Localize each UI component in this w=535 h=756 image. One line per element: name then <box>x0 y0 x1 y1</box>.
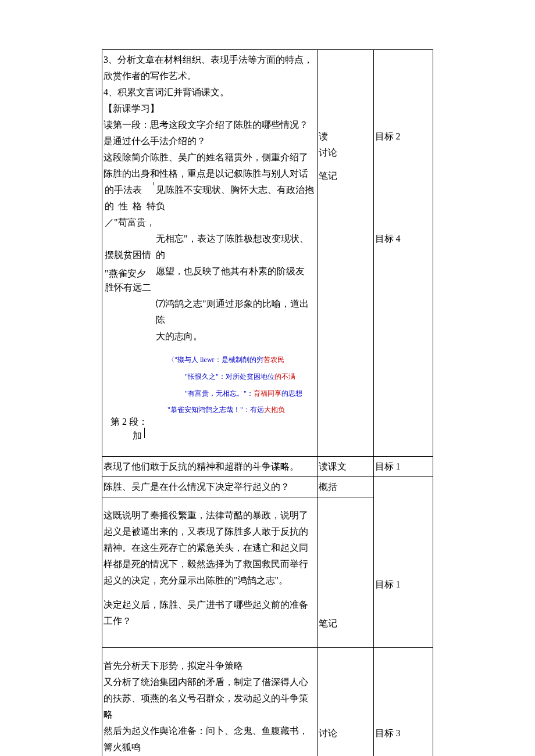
sub-label: 加 <box>133 428 145 438</box>
annotation-line: "有富贵，无相忘。"：育福同享的思想 <box>156 385 316 402</box>
activity-cell: 笔记 <box>317 497 373 648</box>
table-row: 陈胜、吴广是在什么情况下决定举行起义的？ 概括 目标 1 <box>102 477 433 497</box>
goal-label: 目标 2 <box>375 128 431 145</box>
left-fragment: 摆脱贫困情 <box>105 247 151 263</box>
table-row: 表现了他们敢于反抗的精神和超群的斗争谋略。 读课文 目标 1 <box>102 457 433 477</box>
right-fragment: 愿望，也反映了他其有朴素的阶级友 <box>156 263 316 280</box>
goal-cell: 目标 2 目标 4 <box>373 50 433 457</box>
left-fragment: 的 性 格 特 <box>105 198 157 214</box>
left-fragment: ／"苟富贵， <box>105 214 155 231</box>
para: 这既说明了秦摇役繁重，法律苛酷的暴政，说明了起义是被逼出来的，又表现了陈胜多人敢… <box>104 507 316 572</box>
left-fragment: 胜怀有远二 <box>105 280 151 296</box>
goal-label: 目标 4 <box>375 231 431 247</box>
activity-cell: 读 讨论 笔记 <box>317 50 373 457</box>
activity-cell: 讨论 <box>317 648 373 756</box>
point-3: 3、分析文章在材料组织、表现手法等方面的特点，欣赏作者的写作艺术。 <box>104 52 316 84</box>
activity-label: 讨论 <box>319 145 372 161</box>
para: 起义的决定，充分显示出陈胜的"鸿鹄之志"。 <box>104 572 316 589</box>
right-fragment: ⑺鸿鹄之志"则通过形象的比喻，道出陈 <box>156 296 316 328</box>
activity-cell: 概括 <box>317 477 373 497</box>
point-4: 4、积累文言词汇并背诵课文。 <box>104 84 316 101</box>
left-fragment: 的手法表 <box>105 182 142 198</box>
content-cell: 3、分析文章在材料组织、表现手法等方面的特点，欣赏作者的写作艺术。 4、积累文言… <box>102 50 318 457</box>
activity-label: 读 <box>319 128 372 145</box>
section-heading: 【新课学习】 <box>104 101 316 117</box>
content-cell: 表现了他们敢于反抗的精神和超群的斗争谋略。 <box>102 457 318 477</box>
annotation-block: 〈"辍与人 liewr：是械制削的穷苦农民 "怅恨久之"：对所处贫困地位的不满 … <box>104 352 316 418</box>
para-intro: 这段除简介陈胜、吴广的姓名籍贯外，侧重介绍了陈胜的出身和性格，重点是以记叙陈胜与… <box>104 149 316 182</box>
content-cell: 陈胜、吴广是在什么情况下决定举行起义的？ <box>102 477 318 497</box>
footer-labels: 第 2 段： 加 <box>104 427 316 454</box>
split-block: 的手法表 见陈胜不安现状、胸怀大志、有政治抱负 的 性 格 特 ／"苟富贵， 无… <box>104 182 316 345</box>
activity-label: 笔记 <box>319 615 372 632</box>
activity-label: 讨论 <box>319 725 372 741</box>
goal-label: 目标 3 <box>375 725 431 741</box>
right-fragment: 无相忘"，表达了陈胜极想改变现状、的 <box>156 231 316 263</box>
annotation-line: 〈"辍与人 liewr：是械制削的穷苦农民 <box>156 352 316 368</box>
para: 首先分析天下形势，拟定斗争策略 <box>104 658 316 674</box>
activity-label: 笔记 <box>319 168 372 184</box>
content-cell: 这既说明了秦摇役繁重，法律苛酷的暴政，说明了起义是被逼出来的，又表现了陈胜多人敢… <box>102 497 318 648</box>
table-row: 3、分析文章在材料组织、表现手法等方面的特点，欣赏作者的写作艺术。 4、积累文言… <box>102 50 433 457</box>
right-fragment: 见陈胜不安现状、胸怀大志、有政治抱负 <box>156 182 316 214</box>
para: 然后为起义作舆论准备：问卜、念鬼、鱼腹藏书，篝火狐鸣 <box>104 723 316 755</box>
goal-cell: 目标 1 <box>373 477 433 648</box>
activity-cell: 读课文 <box>317 457 373 477</box>
para: 决定起义后，陈胜、吴广进书了哪些起义前的准备工作？ <box>104 597 316 629</box>
annotation-line: "慕雀安知鸿鹄之志哉！"：有远大抱负 <box>156 402 316 418</box>
question-1: 读第一段：思考这段文字介绍了陈胜的哪些情况？是通过什么手法介绍的？ <box>104 117 316 149</box>
content-cell: 首先分析天下形势，拟定斗争策略 又分析了统治集团内部的矛盾，制定了借深得人心的扶… <box>102 648 318 756</box>
goal-cell: 目标 1 <box>373 457 433 477</box>
table-row: 首先分析天下形势，拟定斗争策略 又分析了统治集团内部的矛盾，制定了借深得人心的扶… <box>102 648 433 756</box>
goal-label: 目标 1 <box>375 576 431 593</box>
para: 又分析了统治集团内部的矛盾，制定了借深得人心的扶苏、项燕的名义号召群众，发动起义… <box>104 674 316 723</box>
goal-cell: 目标 3 <box>373 648 433 756</box>
annotation-line: "怅恨久之"：对所处贫困地位的不满 <box>156 368 316 385</box>
right-fragment: 大的志向。 <box>156 328 316 345</box>
lesson-table: 3、分析文章在材料组织、表现手法等方面的特点，欣赏作者的写作艺术。 4、积累文言… <box>102 49 433 756</box>
